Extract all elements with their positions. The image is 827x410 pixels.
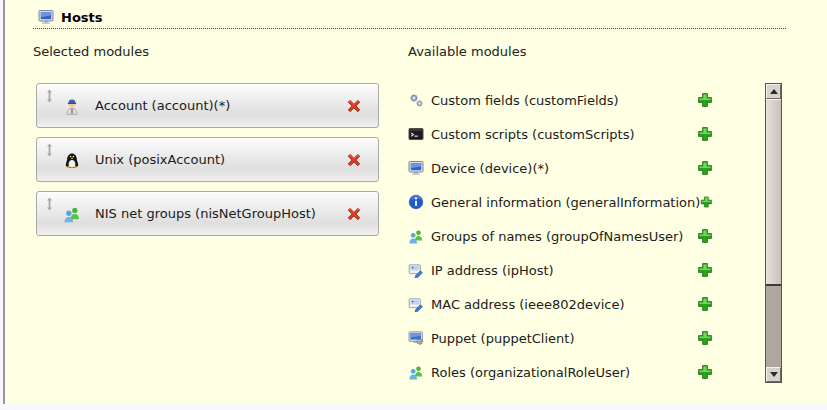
- puppet-monitor-gear-icon: [408, 330, 424, 346]
- selected-module-label: NIS net groups (nisNetGroupHost): [95, 206, 316, 221]
- move-vertical-icon[interactable]: [45, 89, 54, 103]
- monitor-icon: [38, 9, 54, 25]
- move-vertical-icon[interactable]: [45, 197, 54, 211]
- hosts-module-settings-page: Hosts Selected modules Available modules…: [0, 0, 827, 410]
- add-module-button[interactable]: [697, 262, 713, 278]
- triangle-down-icon: [770, 372, 778, 377]
- selected-module-row[interactable]: Account (account)(*): [36, 83, 379, 128]
- scrollbar-track[interactable]: [766, 99, 781, 367]
- remove-module-button[interactable]: [346, 206, 362, 222]
- available-module-label: IP address (ipHost): [431, 263, 554, 278]
- selected-module-row[interactable]: Unix (posixAccount): [36, 137, 379, 182]
- terminal-icon: [408, 126, 424, 142]
- scrollbar-thumb[interactable]: [766, 99, 781, 286]
- add-module-button[interactable]: [697, 228, 713, 244]
- add-module-button[interactable]: [697, 126, 713, 142]
- available-modules-label: Available modules: [408, 44, 526, 59]
- available-module-label: MAC address (ieee802device): [431, 297, 625, 312]
- left-vertical-rule: [3, 0, 5, 404]
- user-group-icon: [63, 205, 81, 223]
- triangle-up-icon: [770, 89, 778, 94]
- account-person-icon: [63, 97, 81, 115]
- user-group-icon: [408, 228, 424, 244]
- selected-module-row[interactable]: NIS net groups (nisNetGroupHost): [36, 191, 379, 236]
- available-module-row: IP address (ipHost): [408, 253, 713, 287]
- available-modules-scrollbar[interactable]: [765, 83, 782, 383]
- available-module-label: Custom scripts (customScripts): [431, 127, 635, 142]
- available-module-row: Puppet (puppetClient): [408, 321, 713, 355]
- move-vertical-icon[interactable]: [45, 143, 54, 157]
- tux-penguin-icon: [63, 151, 81, 169]
- info-icon: [408, 194, 424, 210]
- bottom-edge-strip: [0, 404, 827, 410]
- add-module-button[interactable]: [697, 364, 713, 380]
- remove-module-button[interactable]: [346, 152, 362, 168]
- monitor-icon: [408, 160, 424, 176]
- available-modules-list: Custom fields (customFields)Custom scrip…: [408, 83, 713, 389]
- available-module-row: General information (generalInformation): [408, 185, 713, 219]
- available-module-row: Groups of names (groupOfNamesUser): [408, 219, 713, 253]
- available-module-label: General information (generalInformation): [431, 195, 700, 210]
- available-module-row: Custom fields (customFields): [408, 83, 713, 117]
- selected-module-label: Account (account)(*): [95, 98, 230, 113]
- add-module-button[interactable]: [697, 160, 713, 176]
- available-module-row: Roles (organizationalRoleUser): [408, 355, 713, 389]
- gears-icon: [408, 92, 424, 108]
- available-module-label: Device (device)(*): [431, 161, 549, 176]
- network-edit-icon: [408, 262, 424, 278]
- available-module-row: MAC address (ieee802device): [408, 287, 713, 321]
- available-module-label: Puppet (puppetClient): [431, 331, 574, 346]
- available-module-label: Groups of names (groupOfNamesUser): [431, 229, 683, 244]
- section-header: Hosts: [33, 6, 786, 29]
- selected-modules-list: Account (account)(*)Unix (posixAccount)N…: [36, 83, 379, 245]
- scroll-down-button[interactable]: [766, 367, 781, 382]
- add-module-button[interactable]: [697, 330, 713, 346]
- add-module-button[interactable]: [697, 296, 713, 312]
- scroll-up-button[interactable]: [766, 84, 781, 99]
- remove-module-button[interactable]: [346, 98, 362, 114]
- network-edit-icon: [408, 296, 424, 312]
- available-module-row: Device (device)(*): [408, 151, 713, 185]
- available-module-row: Custom scripts (customScripts): [408, 117, 713, 151]
- selected-modules-label: Selected modules: [33, 44, 149, 59]
- page-title: Hosts: [61, 10, 103, 25]
- available-module-label: Roles (organizationalRoleUser): [431, 365, 630, 380]
- available-module-label: Custom fields (customFields): [431, 93, 619, 108]
- add-module-button[interactable]: [697, 92, 713, 108]
- user-group-icon: [408, 364, 424, 380]
- add-module-button[interactable]: [700, 194, 713, 210]
- selected-module-label: Unix (posixAccount): [95, 152, 225, 167]
